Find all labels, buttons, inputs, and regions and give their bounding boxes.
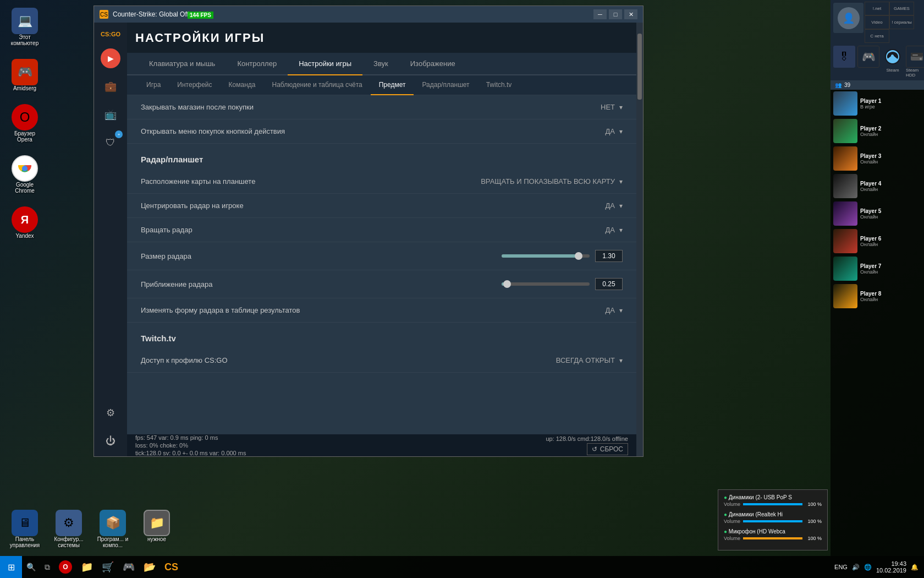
desktop-icon-programs[interactable]: 📦 Програм... и компо... (94, 508, 132, 550)
rotate-radar-value[interactable]: ДА ▾ (606, 226, 623, 234)
status-bar: fps: 547 var: 0.9 ms ping: 0 ms loss: 0%… (127, 434, 636, 456)
taskbar-items: 🔍 ⧉ O 📁 🛒 🎮 📂 CS (22, 556, 829, 578)
friend-status-8: Онлайн (860, 297, 921, 302)
volume-bar-container-3[interactable] (743, 537, 802, 539)
desktop-icon-opera[interactable]: O Браузер Opera (6, 102, 44, 145)
desktop-icon-needed[interactable]: 📁 нужное (138, 508, 176, 550)
taskbar-csgo[interactable]: CS (160, 556, 183, 578)
subtab-observation[interactable]: Наблюдение и таблица счёта (263, 75, 370, 95)
steam-icon-main[interactable]: Steam (881, 45, 905, 79)
maximize-button[interactable]: □ (609, 9, 622, 19)
tab-sound[interactable]: Звук (362, 53, 399, 75)
computer-label: Этоткомпьютер (11, 34, 38, 46)
tab-image[interactable]: Изображение (399, 53, 466, 75)
open-buy-menu-value[interactable]: ДА ▾ (606, 127, 623, 135)
friend-info-1: Player 1 В игре (860, 98, 921, 110)
radar-zoom-slider[interactable]: 0.25 (502, 278, 623, 290)
desktop-icon-control-panel[interactable]: 🖥 Панель управления (6, 508, 44, 550)
desktop-icon-chrome[interactable]: Google Chrome (6, 153, 44, 196)
taskbar-search[interactable]: 🔍 (22, 556, 40, 578)
sidebar-tv-icon[interactable]: 📺 (101, 105, 120, 124)
right-sidebar: 👤 !.net GAMES Video ! сериалы (831, 0, 924, 556)
desktop-icon-config[interactable]: ⚙ Конфигур... системы (50, 508, 88, 550)
reset-button[interactable]: ↺ СБРОС (587, 443, 628, 455)
change-radar-shape-value[interactable]: ДА ▾ (606, 306, 623, 314)
steam-mini-icons: !.net GAMES Video ! сериалы С нета (865, 2, 922, 43)
taskbar-network-icon[interactable]: 🌐 (864, 564, 872, 571)
steam-dotnet-icon[interactable]: !.net (865, 2, 889, 15)
taskbar-item-3[interactable]: 🛒 (97, 556, 118, 578)
taskbar-notification-icon[interactable]: 🔔 (911, 564, 919, 571)
csgo-profile-label: Доступ к профилю CS:GO (141, 356, 556, 364)
friend-item-3[interactable]: Player 3 Онлайн (831, 145, 924, 172)
config-label: Конфигур... системы (52, 536, 86, 548)
map-position-value[interactable]: ВРАЩАТЬ И ПОКАЗЫВАТЬ ВСЮ КАРТУ ▾ (481, 177, 623, 186)
subtab-item[interactable]: Предмет (371, 75, 414, 95)
csgo-profile-arrow: ▾ (619, 357, 623, 364)
taskbar-volume-icon[interactable]: 🔊 (852, 564, 860, 571)
taskbar-clock[interactable]: 19:43 10.02.2019 (876, 560, 906, 574)
radar-size-slider[interactable]: 1.30 (502, 250, 623, 262)
steam-games-icon[interactable]: 🎮 (856, 45, 881, 79)
subtab-radar[interactable]: Радар/планшет (414, 75, 477, 95)
scrollbar-thumb[interactable] (637, 34, 642, 100)
steam-profile-avatar[interactable]: 👤 (833, 3, 864, 33)
settings-scrollbar[interactable] (636, 23, 643, 456)
friend-item-8[interactable]: Player 8 Онлайн (831, 282, 924, 310)
sub-tabs: Игра Интерфейс Команда Наблюдение и табл… (127, 75, 636, 95)
taskbar-item-4[interactable]: 🎮 (118, 556, 139, 578)
steam-serials-link[interactable]: ! сериалы (889, 15, 914, 29)
twitch-title: Twitch.tv (141, 334, 176, 343)
taskbar-item-5[interactable]: 📂 (139, 556, 160, 578)
subtab-team[interactable]: Команда (221, 75, 264, 95)
steam-badge-icon[interactable]: 🎖 (832, 45, 856, 79)
friend-item-4[interactable]: Player 4 Онлайн (831, 172, 924, 200)
sidebar-power-icon[interactable]: ⏻ (101, 431, 120, 451)
csgo-profile-value[interactable]: ВСЕГДА ОТКРЫТ ▾ (556, 356, 623, 364)
friend-item-1[interactable]: Player 1 В игре (831, 90, 924, 117)
csgo-profile-text: ВСЕГДА ОТКРЫТ (556, 356, 615, 364)
sidebar-shield-icon[interactable]: 🛡 + (101, 133, 120, 152)
friend-status-7: Онлайн (860, 269, 921, 275)
setting-radar-size: Размер радара 1.30 (127, 242, 636, 270)
desktop-icon-amidserg[interactable]: 🎮 Amidserg (6, 57, 44, 94)
taskbar-opera[interactable]: O (54, 556, 76, 578)
sidebar-briefcase-icon[interactable]: 💼 (101, 77, 120, 96)
steam-video-link[interactable]: Video (865, 15, 889, 29)
friend-item-2[interactable]: Player 2 Онлайн (831, 117, 924, 145)
friend-info-4: Player 4 Онлайн (860, 181, 921, 192)
tab-keyboard-mouse[interactable]: Клавиатура и мышь (138, 53, 226, 75)
start-button[interactable]: ⊞ (0, 556, 22, 578)
radar-size-thumb[interactable] (575, 252, 582, 260)
center-radar-value[interactable]: ДА ▾ (606, 201, 623, 210)
volume-bar-container-2[interactable] (743, 520, 802, 522)
taskbar-file-explorer[interactable]: 📁 (76, 556, 97, 578)
play-button[interactable]: ▶ (101, 48, 120, 68)
subtab-twitch[interactable]: Twitch.tv (478, 75, 520, 95)
close-button[interactable]: ✕ (624, 9, 637, 19)
close-shop-value[interactable]: НЕТ ▾ (601, 103, 623, 111)
cneta-label: С нета (870, 34, 884, 39)
tab-controller[interactable]: Контроллер (226, 53, 288, 75)
steam-games-link[interactable]: GAMES (889, 2, 914, 15)
setting-map-position: Расположение карты на планшете ВРАЩАТЬ И… (127, 170, 636, 194)
friend-item-5[interactable]: Player 5 Онлайн (831, 200, 924, 227)
taskbar-task-view[interactable]: ⧉ (40, 556, 54, 578)
twitch-section-header: Twitch.tv (127, 323, 636, 348)
desktop-icon-computer[interactable]: 💻 Этоткомпьютер (6, 6, 44, 48)
sidebar-gear-icon[interactable]: ⚙ (101, 403, 120, 423)
friend-avatar-3 (833, 146, 857, 171)
friend-item-7[interactable]: Player 7 Онлайн (831, 255, 924, 282)
friend-info-3: Player 3 Онлайн (860, 153, 921, 165)
reset-icon: ↺ (592, 445, 597, 453)
steam-hdd-icon[interactable]: Steam HDD (905, 45, 924, 79)
desktop-icon-yandex[interactable]: Я Yandex (6, 204, 44, 241)
steam-cneta-link[interactable]: С нета (865, 29, 889, 43)
minimize-button[interactable]: ─ (593, 9, 607, 19)
subtab-interface[interactable]: Интерфейс (169, 75, 220, 95)
friend-item-6[interactable]: Player 6 Онлайн (831, 227, 924, 255)
tab-game-settings[interactable]: Настройки игры (288, 53, 362, 75)
radar-zoom-thumb[interactable] (503, 280, 511, 288)
volume-bar-container-1[interactable] (743, 503, 802, 505)
subtab-game[interactable]: Игра (138, 75, 169, 95)
